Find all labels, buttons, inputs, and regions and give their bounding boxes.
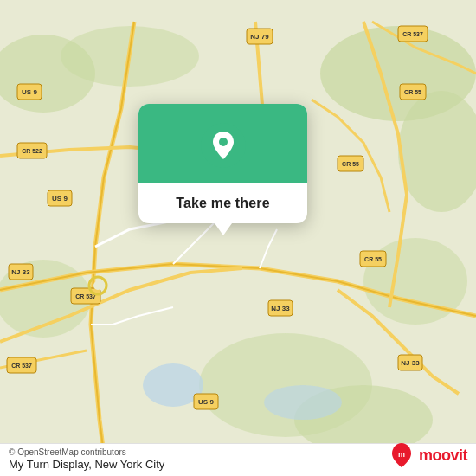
svg-point-42 — [219, 138, 228, 146]
svg-text:CR 55: CR 55 — [364, 256, 382, 262]
svg-text:NJ 33: NJ 33 — [401, 359, 420, 367]
moovit-logo: m moovit — [388, 441, 467, 469]
svg-point-10 — [264, 385, 342, 420]
svg-text:US 9: US 9 — [22, 88, 37, 96]
svg-text:US 9: US 9 — [198, 398, 214, 406]
svg-point-40 — [93, 281, 102, 290]
map-background: US 9 NJ 79 CR 537 CR 55 CR 522 CR 55 US … — [0, 0, 476, 476]
popup-header — [138, 104, 307, 183]
popup-card: Take me there — [138, 104, 307, 223]
moovit-icon: m — [388, 441, 415, 469]
svg-text:NJ 33: NJ 33 — [11, 268, 30, 276]
map-container: US 9 NJ 79 CR 537 CR 55 CR 522 CR 55 US … — [0, 0, 476, 476]
location-pin-icon — [201, 123, 246, 168]
take-me-there-button[interactable]: Take me there — [176, 196, 270, 211]
svg-text:US 9: US 9 — [52, 195, 68, 203]
svg-text:CR 55: CR 55 — [342, 161, 359, 167]
svg-text:CR 537: CR 537 — [75, 293, 96, 299]
svg-text:NJ 33: NJ 33 — [271, 305, 290, 312]
svg-text:CR 537: CR 537 — [402, 31, 423, 37]
svg-text:m: m — [398, 450, 405, 459]
svg-text:CR 55: CR 55 — [404, 89, 421, 95]
svg-text:CR 537: CR 537 — [11, 363, 32, 369]
svg-text:CR 522: CR 522 — [22, 148, 42, 154]
moovit-brand-text: moovit — [419, 447, 467, 465]
svg-text:NJ 79: NJ 79 — [250, 33, 269, 41]
